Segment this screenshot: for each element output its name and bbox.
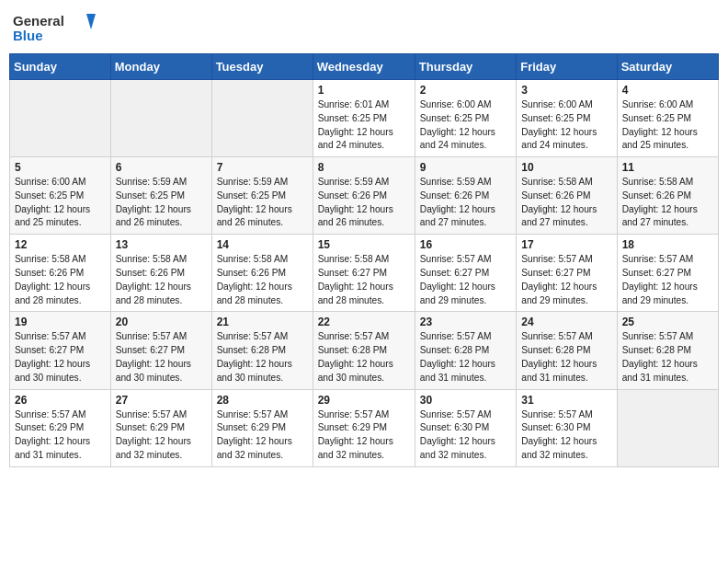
- day-number: 16: [420, 238, 511, 251]
- calendar-cell: 21Sunrise: 5:57 AMSunset: 6:28 PMDayligh…: [211, 312, 313, 389]
- weekday-header-wednesday: Wednesday: [313, 54, 415, 80]
- day-info: Sunrise: 5:59 AMSunset: 6:26 PMDaylight:…: [420, 176, 511, 230]
- weekday-header-monday: Monday: [110, 54, 211, 80]
- calendar-cell: 18Sunrise: 5:57 AMSunset: 6:27 PMDayligh…: [617, 235, 718, 312]
- calendar-week-5: 26Sunrise: 5:57 AMSunset: 6:29 PMDayligh…: [10, 389, 719, 466]
- calendar-cell: [110, 80, 211, 157]
- calendar-cell: 25Sunrise: 5:57 AMSunset: 6:28 PMDayligh…: [617, 312, 718, 389]
- day-info: Sunrise: 6:00 AMSunset: 6:25 PMDaylight:…: [521, 98, 611, 153]
- calendar-cell: 14Sunrise: 5:58 AMSunset: 6:26 PMDayligh…: [211, 235, 313, 312]
- calendar-week-3: 12Sunrise: 5:58 AMSunset: 6:26 PMDayligh…: [10, 235, 719, 312]
- day-number: 11: [622, 161, 713, 174]
- day-info: Sunrise: 5:57 AMSunset: 6:29 PMDaylight:…: [217, 408, 308, 463]
- day-number: 30: [420, 394, 511, 407]
- day-info: Sunrise: 5:57 AMSunset: 6:27 PMDaylight:…: [116, 330, 207, 385]
- calendar-cell: 1Sunrise: 6:01 AMSunset: 6:25 PMDaylight…: [313, 80, 415, 157]
- calendar-cell: 2Sunrise: 6:00 AMSunset: 6:25 PMDaylight…: [415, 80, 516, 157]
- day-number: 20: [116, 316, 207, 328]
- day-info: Sunrise: 5:57 AMSunset: 6:28 PMDaylight:…: [521, 330, 611, 385]
- day-info: Sunrise: 5:58 AMSunset: 6:26 PMDaylight:…: [622, 176, 713, 230]
- day-info: Sunrise: 5:57 AMSunset: 6:28 PMDaylight:…: [622, 330, 713, 385]
- logo-svg: General Blue: [13, 9, 96, 46]
- day-number: 2: [420, 84, 511, 97]
- calendar-cell: 6Sunrise: 5:59 AMSunset: 6:25 PMDaylight…: [110, 157, 211, 235]
- day-info: Sunrise: 5:57 AMSunset: 6:29 PMDaylight:…: [318, 408, 410, 463]
- day-number: 18: [622, 238, 713, 251]
- day-number: 26: [15, 394, 106, 407]
- day-number: 15: [318, 238, 410, 251]
- day-number: 17: [521, 238, 611, 251]
- calendar-cell: 24Sunrise: 5:57 AMSunset: 6:28 PMDayligh…: [517, 312, 617, 389]
- calendar-cell: 13Sunrise: 5:58 AMSunset: 6:26 PMDayligh…: [110, 235, 211, 312]
- day-info: Sunrise: 5:57 AMSunset: 6:28 PMDaylight:…: [217, 330, 308, 385]
- calendar-cell: 28Sunrise: 5:57 AMSunset: 6:29 PMDayligh…: [211, 389, 313, 466]
- calendar-cell: 20Sunrise: 5:57 AMSunset: 6:27 PMDayligh…: [110, 312, 211, 389]
- day-info: Sunrise: 5:58 AMSunset: 6:26 PMDaylight:…: [521, 176, 611, 230]
- day-info: Sunrise: 5:57 AMSunset: 6:28 PMDaylight:…: [318, 330, 410, 385]
- day-number: 14: [217, 238, 308, 251]
- calendar-cell: 7Sunrise: 5:59 AMSunset: 6:25 PMDaylight…: [211, 157, 313, 235]
- day-info: Sunrise: 5:57 AMSunset: 6:27 PMDaylight:…: [521, 253, 611, 307]
- page-header: General Blue: [9, 9, 719, 46]
- day-info: Sunrise: 6:00 AMSunset: 6:25 PMDaylight:…: [420, 98, 511, 153]
- calendar-cell: 17Sunrise: 5:57 AMSunset: 6:27 PMDayligh…: [517, 235, 617, 312]
- calendar-cell: 16Sunrise: 5:57 AMSunset: 6:27 PMDayligh…: [415, 235, 516, 312]
- calendar-cell: 4Sunrise: 6:00 AMSunset: 6:25 PMDaylight…: [617, 80, 718, 157]
- day-number: 9: [420, 161, 511, 174]
- day-info: Sunrise: 6:01 AMSunset: 6:25 PMDaylight:…: [318, 98, 410, 153]
- weekday-header-tuesday: Tuesday: [211, 54, 313, 80]
- day-info: Sunrise: 5:57 AMSunset: 6:30 PMDaylight:…: [420, 408, 511, 463]
- weekday-header-sunday: Sunday: [10, 54, 111, 80]
- day-number: 7: [217, 161, 308, 174]
- day-number: 10: [521, 161, 611, 174]
- day-info: Sunrise: 5:58 AMSunset: 6:26 PMDaylight:…: [217, 253, 308, 307]
- calendar-cell: 10Sunrise: 5:58 AMSunset: 6:26 PMDayligh…: [517, 157, 617, 235]
- calendar-cell: 30Sunrise: 5:57 AMSunset: 6:30 PMDayligh…: [415, 389, 516, 466]
- calendar-cell: 26Sunrise: 5:57 AMSunset: 6:29 PMDayligh…: [10, 389, 111, 466]
- day-info: Sunrise: 5:57 AMSunset: 6:27 PMDaylight:…: [420, 253, 511, 307]
- day-info: Sunrise: 5:58 AMSunset: 6:26 PMDaylight:…: [15, 253, 106, 307]
- svg-marker-2: [86, 14, 96, 29]
- calendar-cell: 19Sunrise: 5:57 AMSunset: 6:27 PMDayligh…: [10, 312, 111, 389]
- day-info: Sunrise: 5:59 AMSunset: 6:25 PMDaylight:…: [217, 176, 308, 230]
- day-number: 23: [420, 316, 511, 328]
- day-number: 13: [116, 238, 207, 251]
- calendar-cell: [617, 389, 718, 466]
- day-number: 31: [521, 394, 611, 407]
- svg-text:General: General: [13, 13, 64, 29]
- calendar-cell: 9Sunrise: 5:59 AMSunset: 6:26 PMDaylight…: [415, 157, 516, 235]
- day-number: 25: [622, 316, 713, 328]
- day-number: 4: [622, 84, 713, 97]
- calendar-cell: 11Sunrise: 5:58 AMSunset: 6:26 PMDayligh…: [617, 157, 718, 235]
- day-info: Sunrise: 6:00 AMSunset: 6:25 PMDaylight:…: [622, 98, 713, 153]
- calendar-cell: 15Sunrise: 5:58 AMSunset: 6:27 PMDayligh…: [313, 235, 415, 312]
- day-number: 1: [318, 84, 410, 97]
- calendar-cell: 3Sunrise: 6:00 AMSunset: 6:25 PMDaylight…: [517, 80, 617, 157]
- day-number: 24: [521, 316, 611, 328]
- day-number: 8: [318, 161, 410, 174]
- day-info: Sunrise: 5:57 AMSunset: 6:28 PMDaylight:…: [420, 330, 511, 385]
- svg-text:Blue: Blue: [13, 28, 43, 43]
- logo: General Blue: [13, 9, 96, 46]
- weekday-header-saturday: Saturday: [617, 54, 718, 80]
- day-number: 3: [521, 84, 611, 97]
- calendar-cell: 29Sunrise: 5:57 AMSunset: 6:29 PMDayligh…: [313, 389, 415, 466]
- calendar-cell: 22Sunrise: 5:57 AMSunset: 6:28 PMDayligh…: [313, 312, 415, 389]
- day-number: 5: [15, 161, 106, 174]
- calendar-cell: 5Sunrise: 6:00 AMSunset: 6:25 PMDaylight…: [10, 157, 111, 235]
- calendar-cell: 27Sunrise: 5:57 AMSunset: 6:29 PMDayligh…: [110, 389, 211, 466]
- calendar-week-2: 5Sunrise: 6:00 AMSunset: 6:25 PMDaylight…: [10, 157, 719, 235]
- weekday-header-row: SundayMondayTuesdayWednesdayThursdayFrid…: [10, 54, 719, 80]
- calendar-table: SundayMondayTuesdayWednesdayThursdayFrid…: [9, 53, 719, 467]
- day-info: Sunrise: 5:58 AMSunset: 6:26 PMDaylight:…: [116, 253, 207, 307]
- day-info: Sunrise: 6:00 AMSunset: 6:25 PMDaylight:…: [15, 176, 106, 230]
- calendar-week-1: 1Sunrise: 6:01 AMSunset: 6:25 PMDaylight…: [10, 80, 719, 157]
- calendar-cell: [10, 80, 111, 157]
- calendar-cell: 23Sunrise: 5:57 AMSunset: 6:28 PMDayligh…: [415, 312, 516, 389]
- day-number: 22: [318, 316, 410, 328]
- calendar-week-4: 19Sunrise: 5:57 AMSunset: 6:27 PMDayligh…: [10, 312, 719, 389]
- day-info: Sunrise: 5:57 AMSunset: 6:30 PMDaylight:…: [521, 408, 611, 463]
- calendar-cell: [211, 80, 313, 157]
- day-info: Sunrise: 5:57 AMSunset: 6:27 PMDaylight:…: [15, 330, 106, 385]
- day-info: Sunrise: 5:59 AMSunset: 6:26 PMDaylight:…: [318, 176, 410, 230]
